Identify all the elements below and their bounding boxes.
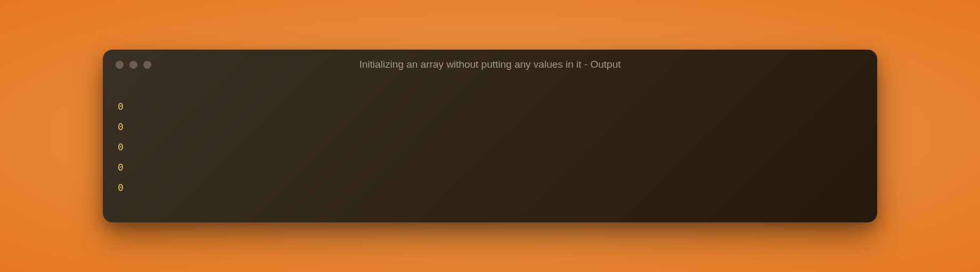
minimize-icon[interactable] — [129, 61, 137, 69]
window-title: Initializing an array without putting an… — [103, 59, 877, 70]
maximize-icon[interactable] — [143, 61, 151, 69]
output-line: 0 — [118, 117, 862, 137]
output-line: 0 — [118, 137, 862, 157]
terminal-window: Initializing an array without putting an… — [103, 50, 877, 222]
output-line: 0 — [118, 178, 862, 198]
close-icon[interactable] — [116, 61, 124, 69]
output-line: 0 — [118, 97, 862, 117]
output-area: 0 0 0 0 0 — [103, 79, 877, 213]
output-line: 0 — [118, 157, 862, 178]
titlebar: Initializing an array without putting an… — [103, 50, 877, 79]
traffic-lights — [116, 61, 151, 69]
